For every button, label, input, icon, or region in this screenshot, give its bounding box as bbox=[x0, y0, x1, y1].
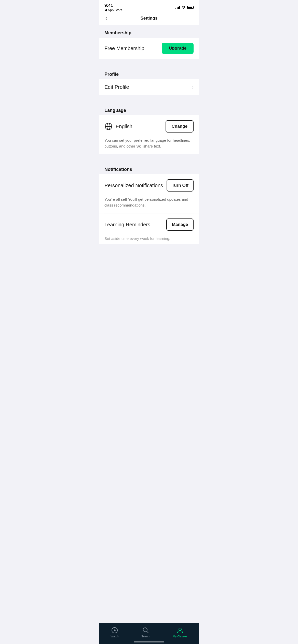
language-left: English bbox=[104, 122, 132, 130]
nav-watch[interactable]: Watch bbox=[106, 626, 124, 639]
personalized-notifications-label: Personalized Notifications bbox=[104, 183, 167, 188]
section-divider-3 bbox=[99, 154, 199, 162]
language-section-title: Language bbox=[104, 108, 126, 113]
profile-row[interactable]: Edit Profile › bbox=[99, 79, 199, 95]
profile-section-title: Profile bbox=[104, 72, 119, 77]
nav-search[interactable]: Search bbox=[136, 626, 155, 639]
globe-icon bbox=[104, 122, 113, 130]
status-icons bbox=[175, 6, 194, 9]
manage-button[interactable]: Manage bbox=[166, 218, 194, 231]
main-content: Membership Free Membership Upgrade Profi… bbox=[99, 25, 199, 267]
membership-section-header: Membership bbox=[99, 25, 199, 38]
nav-header: ‹ Settings bbox=[99, 13, 199, 25]
section-divider-2 bbox=[99, 95, 199, 103]
language-note: You can set your preferred language for … bbox=[99, 138, 199, 154]
bottom-nav: Watch Search My Classes bbox=[99, 623, 199, 644]
back-chevron-icon: ‹ bbox=[105, 16, 107, 21]
my-classes-icon bbox=[177, 627, 184, 634]
battery-icon bbox=[187, 6, 194, 9]
membership-row: Free Membership Upgrade bbox=[99, 38, 199, 59]
membership-label: Free Membership bbox=[104, 46, 144, 51]
watch-icon bbox=[111, 627, 118, 634]
reminders-note: Set aside time every week for learning. bbox=[99, 236, 199, 244]
learning-reminders-label: Learning Reminders bbox=[104, 222, 166, 228]
notifications-section-header: Notifications bbox=[99, 162, 199, 174]
my-classes-label: My Classes bbox=[173, 635, 187, 638]
language-label: English bbox=[116, 124, 132, 129]
learning-reminders-row: Learning Reminders Manage bbox=[99, 213, 199, 236]
watch-label: Watch bbox=[111, 635, 119, 638]
personalized-notifications-row: Personalized Notifications Turn Off bbox=[99, 174, 199, 197]
change-language-button[interactable]: Change bbox=[166, 120, 194, 133]
svg-point-9 bbox=[179, 628, 181, 631]
edit-profile-label: Edit Profile bbox=[104, 84, 129, 90]
svg-marker-6 bbox=[114, 629, 116, 631]
signal-bars-icon bbox=[175, 6, 180, 9]
status-app-store: ◀ App Store bbox=[104, 8, 123, 12]
nav-my-classes[interactable]: My Classes bbox=[168, 626, 193, 639]
turn-off-button[interactable]: Turn Off bbox=[167, 179, 194, 192]
chevron-right-icon: › bbox=[192, 84, 194, 90]
language-section-header: Language bbox=[99, 103, 199, 115]
home-indicator bbox=[134, 641, 164, 642]
section-divider-1 bbox=[99, 59, 199, 67]
personalized-notifications-note: You're all set! You'll get personalized … bbox=[99, 197, 199, 213]
status-bar: 9:41 ◀ App Store bbox=[99, 0, 199, 13]
status-time: 9:41 bbox=[104, 3, 113, 8]
upgrade-button[interactable]: Upgrade bbox=[162, 43, 194, 54]
profile-section-header: Profile bbox=[99, 67, 199, 79]
membership-section-title: Membership bbox=[104, 30, 131, 35]
notifications-section-title: Notifications bbox=[104, 167, 132, 172]
wifi-icon bbox=[182, 6, 186, 9]
language-row: English Change bbox=[99, 115, 199, 138]
search-label: Search bbox=[141, 635, 150, 638]
page-title: Settings bbox=[140, 16, 157, 21]
search-icon bbox=[142, 627, 149, 634]
back-button[interactable]: ‹ bbox=[104, 14, 108, 22]
svg-line-8 bbox=[147, 631, 148, 633]
